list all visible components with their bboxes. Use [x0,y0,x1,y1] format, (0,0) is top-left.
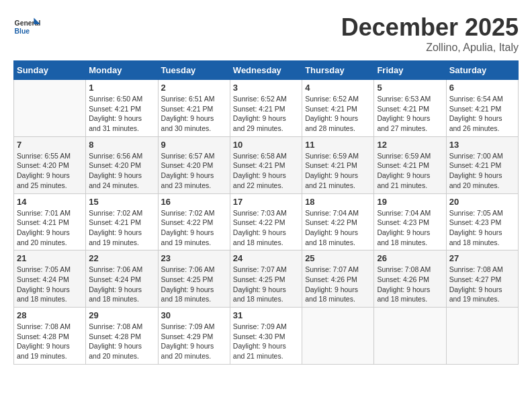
day-number: 3 [233,83,299,93]
day-info: Sunrise: 6:50 AMSunset: 4:21 PMDaylight:… [89,94,154,134]
day-number: 13 [449,140,515,150]
day-info: Sunrise: 7:07 AMSunset: 4:26 PMDaylight:… [305,265,371,304]
day-info: Sunrise: 6:55 AMSunset: 4:20 PMDaylight:… [17,151,83,191]
day-number: 31 [233,310,299,320]
calendar-cell: 10Sunrise: 6:58 AMSunset: 4:21 PMDayligh… [230,136,302,193]
day-info: Sunrise: 7:01 AMSunset: 4:21 PMDaylight:… [17,208,83,248]
calendar-cell [302,308,374,365]
day-number: 28 [17,310,83,320]
day-number: 18 [305,197,371,207]
calendar-cell: 6Sunrise: 6:54 AMSunset: 4:21 PMDaylight… [446,80,518,137]
calendar-week-row: 28Sunrise: 7:08 AMSunset: 4:28 PMDayligh… [14,308,519,365]
weekday-header: Friday [374,61,446,80]
day-info: Sunrise: 7:04 AMSunset: 4:22 PMDaylight:… [305,208,371,248]
calendar-week-row: 21Sunrise: 7:05 AMSunset: 4:24 PMDayligh… [14,250,519,308]
calendar-cell: 25Sunrise: 7:07 AMSunset: 4:26 PMDayligh… [302,250,374,308]
day-number: 19 [377,197,443,207]
day-info: Sunrise: 6:58 AMSunset: 4:21 PMDaylight:… [233,151,299,191]
weekday-header: Saturday [446,61,518,80]
day-number: 21 [17,253,83,263]
day-number: 29 [89,310,154,320]
day-number: 8 [89,140,154,150]
calendar-cell: 2Sunrise: 6:51 AMSunset: 4:21 PMDaylight… [158,80,230,137]
day-info: Sunrise: 7:02 AMSunset: 4:21 PMDaylight:… [89,208,154,248]
weekday-header-row: SundayMondayTuesdayWednesdayThursdayFrid… [14,61,519,80]
weekday-header: Wednesday [230,61,302,80]
weekday-header: Thursday [302,61,374,80]
day-info: Sunrise: 7:03 AMSunset: 4:22 PMDaylight:… [233,208,299,248]
day-info: Sunrise: 6:53 AMSunset: 4:21 PMDaylight:… [377,94,443,134]
calendar-cell: 23Sunrise: 7:06 AMSunset: 4:25 PMDayligh… [158,250,230,308]
calendar-week-row: 1Sunrise: 6:50 AMSunset: 4:21 PMDaylight… [14,80,519,137]
calendar-cell: 17Sunrise: 7:03 AMSunset: 4:22 PMDayligh… [230,193,302,250]
day-info: Sunrise: 6:59 AMSunset: 4:21 PMDaylight:… [377,151,443,191]
day-number: 24 [233,253,299,263]
day-number: 23 [161,253,227,263]
day-info: Sunrise: 6:56 AMSunset: 4:20 PMDaylight:… [89,151,154,191]
day-info: Sunrise: 7:00 AMSunset: 4:21 PMDaylight:… [449,151,515,191]
calendar-cell: 29Sunrise: 7:08 AMSunset: 4:28 PMDayligh… [86,308,158,365]
logo-icon: General Blue [13,13,40,40]
calendar-cell: 31Sunrise: 7:09 AMSunset: 4:30 PMDayligh… [230,308,302,365]
day-number: 11 [305,140,371,150]
calendar-cell: 14Sunrise: 7:01 AMSunset: 4:21 PMDayligh… [14,193,86,250]
day-info: Sunrise: 7:05 AMSunset: 4:24 PMDaylight:… [17,265,83,304]
calendar-cell: 5Sunrise: 6:53 AMSunset: 4:21 PMDaylight… [374,80,446,137]
weekday-header: Sunday [14,61,86,80]
calendar-cell: 16Sunrise: 7:02 AMSunset: 4:22 PMDayligh… [158,193,230,250]
day-number: 7 [17,140,83,150]
calendar-cell: 7Sunrise: 6:55 AMSunset: 4:20 PMDaylight… [14,136,86,193]
day-info: Sunrise: 7:05 AMSunset: 4:23 PMDaylight:… [449,208,515,248]
month-title: December 2025 [341,13,519,42]
day-info: Sunrise: 6:57 AMSunset: 4:20 PMDaylight:… [161,151,227,191]
calendar-week-row: 14Sunrise: 7:01 AMSunset: 4:21 PMDayligh… [14,193,519,250]
calendar-cell: 3Sunrise: 6:52 AMSunset: 4:21 PMDaylight… [230,80,302,137]
day-info: Sunrise: 7:08 AMSunset: 4:26 PMDaylight:… [377,265,443,304]
calendar-cell: 27Sunrise: 7:08 AMSunset: 4:27 PMDayligh… [446,250,518,308]
calendar-cell [374,308,446,365]
day-info: Sunrise: 7:07 AMSunset: 4:25 PMDaylight:… [233,265,299,304]
day-number: 5 [377,83,443,93]
calendar-cell: 26Sunrise: 7:08 AMSunset: 4:26 PMDayligh… [374,250,446,308]
day-info: Sunrise: 6:52 AMSunset: 4:21 PMDaylight:… [233,94,299,134]
svg-text:Blue: Blue [15,28,30,35]
day-number: 2 [161,83,227,93]
day-info: Sunrise: 7:08 AMSunset: 4:28 PMDaylight:… [89,322,154,361]
day-number: 15 [89,197,154,207]
day-info: Sunrise: 7:06 AMSunset: 4:24 PMDaylight:… [89,265,154,304]
calendar-cell: 18Sunrise: 7:04 AMSunset: 4:22 PMDayligh… [302,193,374,250]
day-number: 17 [233,197,299,207]
calendar-cell: 24Sunrise: 7:07 AMSunset: 4:25 PMDayligh… [230,250,302,308]
day-info: Sunrise: 6:54 AMSunset: 4:21 PMDaylight:… [449,94,515,134]
calendar-cell: 11Sunrise: 6:59 AMSunset: 4:21 PMDayligh… [302,136,374,193]
calendar-cell: 21Sunrise: 7:05 AMSunset: 4:24 PMDayligh… [14,250,86,308]
day-info: Sunrise: 7:08 AMSunset: 4:27 PMDaylight:… [449,265,515,304]
calendar-week-row: 7Sunrise: 6:55 AMSunset: 4:20 PMDaylight… [14,136,519,193]
day-info: Sunrise: 7:04 AMSunset: 4:23 PMDaylight:… [377,208,443,248]
day-number: 25 [305,253,371,263]
day-info: Sunrise: 7:09 AMSunset: 4:30 PMDaylight:… [233,322,299,361]
day-number: 12 [377,140,443,150]
calendar-cell: 1Sunrise: 6:50 AMSunset: 4:21 PMDaylight… [86,80,158,137]
calendar-cell: 13Sunrise: 7:00 AMSunset: 4:21 PMDayligh… [446,136,518,193]
logo: General Blue [13,13,43,40]
weekday-header: Tuesday [158,61,230,80]
day-number: 30 [161,310,227,320]
calendar-cell: 12Sunrise: 6:59 AMSunset: 4:21 PMDayligh… [374,136,446,193]
day-info: Sunrise: 7:09 AMSunset: 4:29 PMDaylight:… [161,322,227,361]
day-number: 9 [161,140,227,150]
calendar-cell: 19Sunrise: 7:04 AMSunset: 4:23 PMDayligh… [374,193,446,250]
day-number: 4 [305,83,371,93]
day-info: Sunrise: 6:59 AMSunset: 4:21 PMDaylight:… [305,151,371,191]
day-number: 1 [89,83,154,93]
day-number: 22 [89,253,154,263]
day-info: Sunrise: 6:52 AMSunset: 4:21 PMDaylight:… [305,94,371,134]
day-info: Sunrise: 6:51 AMSunset: 4:21 PMDaylight:… [161,94,227,134]
page-header: General Blue December 2025 Zollino, Apul… [13,13,519,54]
calendar-cell: 28Sunrise: 7:08 AMSunset: 4:28 PMDayligh… [14,308,86,365]
calendar-cell: 22Sunrise: 7:06 AMSunset: 4:24 PMDayligh… [86,250,158,308]
day-number: 10 [233,140,299,150]
weekday-header: Monday [86,61,158,80]
calendar-cell: 4Sunrise: 6:52 AMSunset: 4:21 PMDaylight… [302,80,374,137]
calendar-cell [446,308,518,365]
